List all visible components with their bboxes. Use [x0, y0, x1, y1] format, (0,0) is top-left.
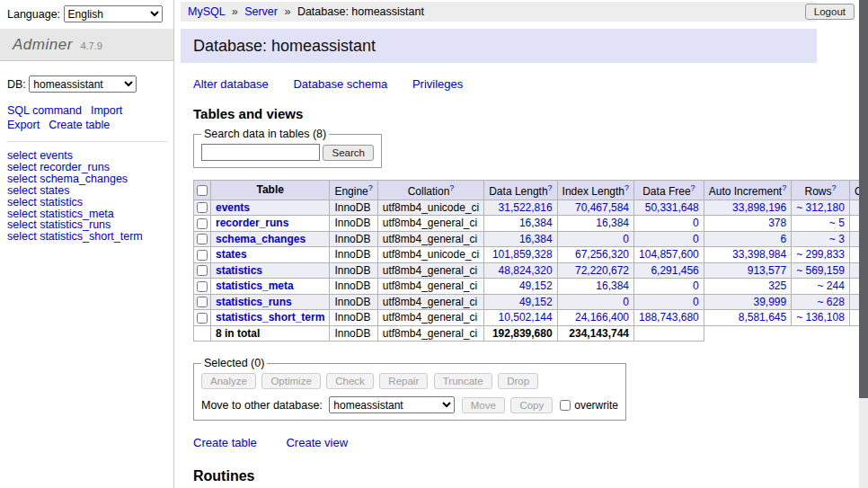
privileges-link[interactable]: Privileges: [412, 77, 463, 91]
engine-cell: InnoDB: [330, 216, 377, 232]
vertical-scrollbar[interactable]: [859, 0, 868, 488]
breadcrumb-mysql-link[interactable]: MySQL: [188, 5, 225, 18]
create-table-link[interactable]: Create table: [193, 436, 257, 449]
sidebar-item-select-statistics-meta[interactable]: select statistics_meta: [7, 208, 114, 220]
sidebar-item-select-recorder-runs[interactable]: select recorder_runs: [7, 161, 110, 173]
help-icon[interactable]: ?: [368, 183, 373, 192]
db-select[interactable]: homeassistant: [29, 75, 137, 93]
data-length-cell: 49,152: [484, 294, 557, 310]
adminer-logo-band: Adminer 4.7.9: [0, 29, 173, 61]
truncate-button[interactable]: Truncate: [434, 373, 492, 389]
routines-heading: Routines: [193, 468, 817, 484]
row-checkbox[interactable]: [197, 234, 208, 244]
table-create-links: Create table Create view: [193, 436, 817, 449]
rows-count-link[interactable]: ~ 244: [818, 279, 845, 292]
row-checkbox[interactable]: [197, 297, 208, 307]
column-header-index-length: Index Length?: [557, 181, 633, 200]
table-link[interactable]: statistics_short_term: [216, 311, 324, 324]
table-link[interactable]: statistics_runs: [216, 296, 292, 308]
index-length-cell: 72,220,672: [557, 262, 633, 279]
breadcrumb: MySQL » Server » Database: homeassistant: [181, 2, 817, 22]
language-label: Language:: [7, 8, 60, 21]
row-checkbox[interactable]: [197, 218, 208, 229]
alter-database-link[interactable]: Alter database: [193, 77, 269, 91]
copy-button[interactable]: Copy: [510, 397, 553, 413]
help-icon[interactable]: ?: [782, 183, 786, 192]
sidebar-item-select-states[interactable]: select states: [7, 184, 69, 197]
data-free-cell: 0: [634, 216, 704, 232]
row-checkbox[interactable]: [197, 250, 208, 261]
sidebar-link-sql-command[interactable]: SQL command: [7, 104, 82, 117]
index-length-cell: 70,467,584: [557, 200, 633, 216]
engine-cell: InnoDB: [330, 247, 377, 263]
create-view-link[interactable]: Create view: [286, 436, 348, 449]
table-link[interactable]: statistics: [216, 264, 262, 277]
overwrite-checkbox[interactable]: [560, 400, 571, 411]
rows-count-link[interactable]: ~ 569,159: [796, 264, 845, 277]
sidebar-link-export[interactable]: Export: [7, 119, 40, 131]
sidebar-link-import[interactable]: Import: [91, 104, 122, 117]
logout-button[interactable]: Logout: [805, 4, 855, 20]
adminer-logo: Adminer: [13, 36, 73, 53]
search-button[interactable]: Search: [323, 145, 373, 161]
data-free-cell: 0: [634, 279, 704, 295]
table-row-statistics-meta: statistics_meta InnoDB utf8mb4_general_c…: [194, 279, 868, 295]
help-icon[interactable]: ?: [624, 183, 629, 192]
rows-count-link[interactable]: ~ 136,108: [796, 311, 845, 324]
help-icon[interactable]: ?: [832, 183, 837, 192]
move-button[interactable]: Move: [462, 397, 505, 413]
optimize-button[interactable]: Optimize: [261, 373, 320, 389]
sidebar-links: SQL commandImport ExportCreate table: [7, 103, 167, 142]
rows-count-link[interactable]: ~ 312,180: [796, 201, 845, 214]
collation-cell: utf8mb4_general_ci: [377, 325, 483, 342]
rows-count-link[interactable]: ~ 299,833: [796, 248, 845, 261]
sidebar: Language: English Adminer 4.7.9 DB: home…: [0, 0, 174, 488]
table-link[interactable]: events: [216, 201, 250, 214]
language-select[interactable]: English: [64, 5, 163, 22]
analyze-button[interactable]: Analyze: [201, 373, 256, 389]
sidebar-item-select-events[interactable]: select events: [7, 149, 73, 162]
rows-count-link[interactable]: ~ 5: [829, 217, 845, 229]
data-length-cell: 16,384: [484, 216, 557, 232]
sidebar-link-create-table[interactable]: Create table: [49, 119, 110, 131]
scrollbar-thumb[interactable]: [859, 0, 868, 398]
move-db-select[interactable]: homeassistant: [329, 396, 455, 413]
sidebar-item-select-statistics-runs[interactable]: select statistics_runs: [7, 218, 111, 231]
search-fieldset: Search data in tables (8) Search: [193, 128, 382, 168]
total-data-free: [634, 325, 704, 342]
row-checkbox[interactable]: [197, 281, 208, 292]
sidebar-item-select-statistics[interactable]: select statistics: [7, 196, 83, 209]
search-legend: Search data in tables (8): [201, 128, 329, 140]
select-all-checkbox[interactable]: [197, 185, 208, 196]
rows-count-link[interactable]: ~ 628: [818, 296, 845, 308]
table-link[interactable]: recorder_runs: [216, 217, 288, 229]
table-link[interactable]: statistics_meta: [216, 279, 294, 292]
repair-button[interactable]: Repair: [379, 373, 428, 389]
row-checkbox[interactable]: [197, 202, 208, 213]
search-input[interactable]: [201, 144, 320, 161]
data-length-cell: 10,502,144: [484, 310, 557, 326]
selected-legend: Selected (0): [201, 357, 267, 369]
sidebar-item-select-statistics-short-term[interactable]: select statistics_short_term: [7, 230, 143, 243]
engine-cell: InnoDB: [330, 231, 377, 247]
table-link[interactable]: states: [216, 248, 247, 261]
table-row-statistics-short-term: statistics_short_term InnoDB utf8mb4_gen…: [194, 310, 868, 326]
database-actions: Alter database Database schema Privilege…: [193, 77, 817, 91]
engine-cell: InnoDB: [330, 294, 377, 310]
language-row: Language: English: [0, 0, 173, 29]
database-schema-link[interactable]: Database schema: [293, 77, 387, 91]
row-checkbox[interactable]: [197, 265, 208, 276]
collation-cell: utf8mb4_general_ci: [377, 231, 483, 247]
drop-button[interactable]: Drop: [498, 373, 538, 389]
help-icon[interactable]: ?: [449, 183, 454, 192]
sidebar-item-select-schema-changes[interactable]: select schema_changes: [7, 173, 128, 185]
rows-count-link[interactable]: ~ 3: [829, 233, 845, 245]
adminer-version: 4.7.9: [80, 40, 102, 51]
check-button[interactable]: Check: [326, 373, 374, 389]
help-icon[interactable]: ?: [691, 183, 695, 192]
table-link[interactable]: schema_changes: [216, 233, 306, 245]
row-checkbox[interactable]: [197, 313, 208, 324]
breadcrumb-server-link[interactable]: Server: [244, 5, 278, 18]
auto-increment-cell: 913,577: [704, 262, 791, 279]
help-icon[interactable]: ?: [548, 183, 553, 192]
